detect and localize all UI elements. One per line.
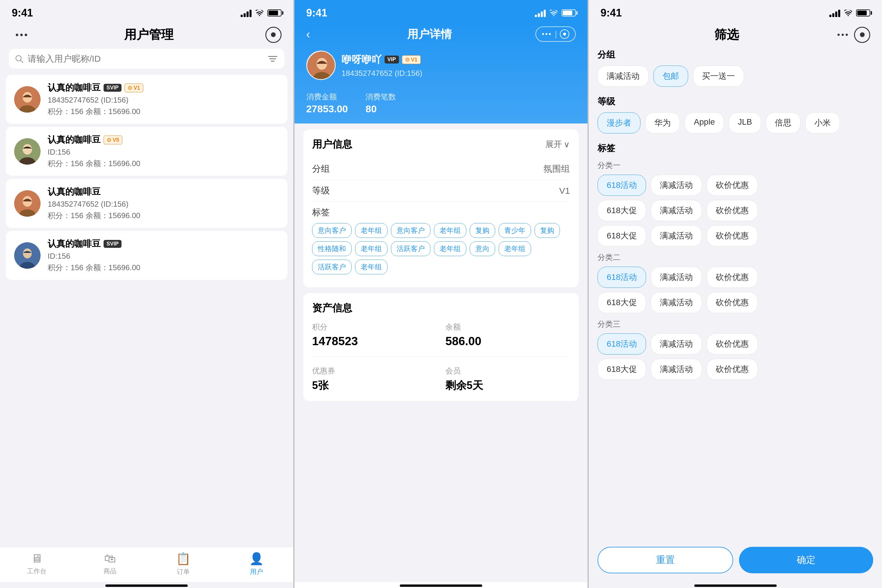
profile-v1-badge: ⊙ V1 bbox=[402, 55, 421, 64]
screen-filter: 9:41 筛选 ••• 分组 bbox=[589, 0, 882, 588]
screen-user-detail: 9:41 ‹ 用户详情 ••• | bbox=[295, 0, 588, 588]
cat3-r2-opt3[interactable]: 砍价优惠 bbox=[707, 358, 758, 380]
action-pill[interactable]: ••• | bbox=[535, 27, 576, 42]
back-button[interactable]: ‹ bbox=[306, 28, 324, 41]
info-card-header: 用户信息 展开 ∨ bbox=[312, 138, 570, 151]
cat1-r2-opt1[interactable]: 618大促 bbox=[598, 200, 646, 221]
more-dots[interactable]: ••• bbox=[837, 30, 849, 39]
status-icons-3 bbox=[829, 9, 870, 17]
level-opt-2[interactable]: 华为 bbox=[645, 112, 680, 134]
target-btn-3[interactable] bbox=[854, 27, 870, 43]
cat3-r1-opt1[interactable]: 618活动 bbox=[598, 333, 646, 355]
cat2-r1-opt3[interactable]: 砍价优惠 bbox=[707, 267, 758, 288]
cat1-r3-opt3[interactable]: 砍价优惠 bbox=[707, 225, 758, 246]
nav-item-goods[interactable]: 🛍 商品 bbox=[73, 552, 147, 579]
cat1-row1: 618活动 满减活动 砍价优惠 bbox=[598, 175, 873, 196]
target-icon-3 bbox=[860, 32, 865, 37]
status-bar-2: 9:41 bbox=[295, 0, 588, 24]
screen3-header: 筛选 ••• bbox=[589, 24, 882, 49]
asset-coupon: 优惠券 5张 bbox=[312, 366, 437, 393]
level-opt-1[interactable]: 漫步者 bbox=[598, 112, 640, 134]
more-button[interactable]: ••• bbox=[12, 27, 32, 42]
user-card-3[interactable]: 认真的咖啡豆 184352747652 (ID:156) 积分：156 余额：1… bbox=[6, 179, 287, 228]
status-icons-1 bbox=[240, 9, 281, 17]
cat2-r1-opt1[interactable]: 618活动 bbox=[598, 267, 646, 288]
level-value: V1 bbox=[559, 186, 570, 196]
nav-item-orders[interactable]: 📋 订单 bbox=[147, 552, 220, 579]
screen2-nav: ‹ 用户详情 ••• | bbox=[306, 24, 576, 48]
cat1-r2-opt2[interactable]: 满减活动 bbox=[651, 200, 702, 221]
user-card-1[interactable]: 认真的咖啡豆 SVIP ⊙ V1 184352747652 (ID:156) 积… bbox=[6, 75, 287, 124]
signal-icon bbox=[240, 9, 251, 17]
cat1-r3-opt1[interactable]: 618大促 bbox=[598, 225, 646, 246]
profile-vip-badge: VIP bbox=[385, 56, 399, 63]
points-value: 1478523 bbox=[312, 334, 437, 348]
home-indicator-3 bbox=[694, 585, 777, 587]
group-opt-1[interactable]: 满减活动 bbox=[598, 66, 649, 87]
header-actions: ••• bbox=[829, 27, 870, 43]
level-opt-5[interactable]: 倍思 bbox=[766, 112, 801, 134]
nav-item-users[interactable]: 👤 用户 bbox=[220, 552, 293, 579]
profile-section: 咿呀咿吖 VIP ⊙ V1 184352747652 (ID:156) bbox=[306, 48, 576, 86]
action-dots: ••• bbox=[542, 30, 552, 38]
signal-icon-3 bbox=[829, 9, 840, 17]
group-opt-3[interactable]: 买一送一 bbox=[693, 66, 744, 87]
cat1-r2-opt3[interactable]: 砍价优惠 bbox=[707, 200, 758, 221]
filter-body: 分组 满减活动 包邮 买一送一 等级 漫步者 华为 Apple JLB 倍思 小… bbox=[589, 49, 882, 541]
nav-label-workbench: 工作台 bbox=[27, 567, 47, 576]
goods-icon: 🛍 bbox=[104, 552, 116, 565]
tag-item: 意向客户 bbox=[312, 223, 352, 238]
search-bar[interactable] bbox=[9, 49, 284, 69]
asset-card-title: 资产信息 bbox=[312, 302, 352, 315]
nav-label-users: 用户 bbox=[250, 567, 263, 576]
badge-svip-4: SVIP bbox=[104, 240, 122, 248]
svg-point-9 bbox=[23, 144, 32, 154]
level-opt-6[interactable]: 小米 bbox=[805, 112, 840, 134]
asset-points: 积分 1478523 bbox=[312, 322, 437, 348]
reset-button[interactable]: 重置 bbox=[598, 547, 733, 573]
tag-item: 老年组 bbox=[355, 242, 388, 256]
filter-icon[interactable] bbox=[267, 53, 279, 64]
expand-label: 展开 bbox=[545, 139, 562, 150]
user-name-row-2: 认真的咖啡豆 ⊙ V5 bbox=[48, 134, 279, 146]
user-card-4[interactable]: 认真的咖啡豆 SVIP ID:156 积分：156 余额：15696.00 bbox=[6, 231, 287, 280]
badge-v5-2: ⊙ V5 bbox=[104, 135, 122, 144]
cat3-r1-opt2[interactable]: 满减活动 bbox=[651, 333, 702, 355]
stat-label-2: 消费笔数 bbox=[365, 92, 396, 102]
target-button[interactable] bbox=[265, 27, 281, 43]
nav-item-workbench[interactable]: 🖥 工作台 bbox=[0, 552, 73, 579]
group-value: 氛围组 bbox=[543, 163, 570, 175]
svg-line-1 bbox=[21, 60, 23, 63]
user-name-row-4: 认真的咖啡豆 SVIP bbox=[48, 238, 279, 250]
confirm-button[interactable]: 确定 bbox=[739, 547, 873, 573]
asset-divider bbox=[312, 357, 570, 357]
group-label: 分组 bbox=[312, 163, 330, 175]
tags-wrap: 意向客户 老年组 意向客户 老年组 复购 青少年 复购 性格随和 老年组 活跃客… bbox=[312, 223, 570, 274]
level-opt-4[interactable]: JLB bbox=[729, 112, 761, 134]
cat3-r2-opt2[interactable]: 满减活动 bbox=[651, 358, 702, 380]
cat2-r2-opt1[interactable]: 618大促 bbox=[598, 292, 646, 313]
search-input[interactable] bbox=[28, 54, 263, 64]
cat1-r1-opt2[interactable]: 满减活动 bbox=[651, 175, 702, 196]
svg-point-15 bbox=[23, 248, 32, 258]
cat3-r2-opt1[interactable]: 618大促 bbox=[598, 358, 646, 380]
cat2-r2-opt2[interactable]: 满减活动 bbox=[651, 292, 702, 313]
battery-icon-2 bbox=[562, 9, 576, 16]
cat2-r1-opt2[interactable]: 满减活动 bbox=[651, 267, 702, 288]
cat1-r1-opt3[interactable]: 砍价优惠 bbox=[707, 175, 758, 196]
filter-level-section: 等级 漫步者 华为 Apple JLB 倍思 小米 bbox=[598, 96, 873, 134]
user-stats-2: 积分：156 余额：15696.00 bbox=[48, 159, 279, 169]
user-stats-4: 积分：156 余额：15696.00 bbox=[48, 262, 279, 273]
cat1-r3-opt2[interactable]: 满减活动 bbox=[651, 225, 702, 246]
user-id-2: ID:156 bbox=[48, 148, 279, 157]
screen2-title: 用户详情 bbox=[324, 27, 535, 42]
cat1-r1-opt1[interactable]: 618活动 bbox=[598, 175, 646, 196]
expand-button[interactable]: 展开 ∨ bbox=[545, 139, 570, 150]
group-opt-2[interactable]: 包邮 bbox=[654, 66, 688, 87]
orders-icon: 📋 bbox=[176, 552, 191, 566]
screen-user-management: 9:41 ••• 用户管理 bbox=[0, 0, 293, 588]
level-opt-3[interactable]: Apple bbox=[685, 112, 724, 134]
user-card-2[interactable]: 认真的咖啡豆 ⊙ V5 ID:156 积分：156 余额：15696.00 bbox=[6, 127, 287, 176]
cat3-r1-opt3[interactable]: 砍价优惠 bbox=[707, 333, 758, 355]
cat2-r2-opt3[interactable]: 砍价优惠 bbox=[707, 292, 758, 313]
